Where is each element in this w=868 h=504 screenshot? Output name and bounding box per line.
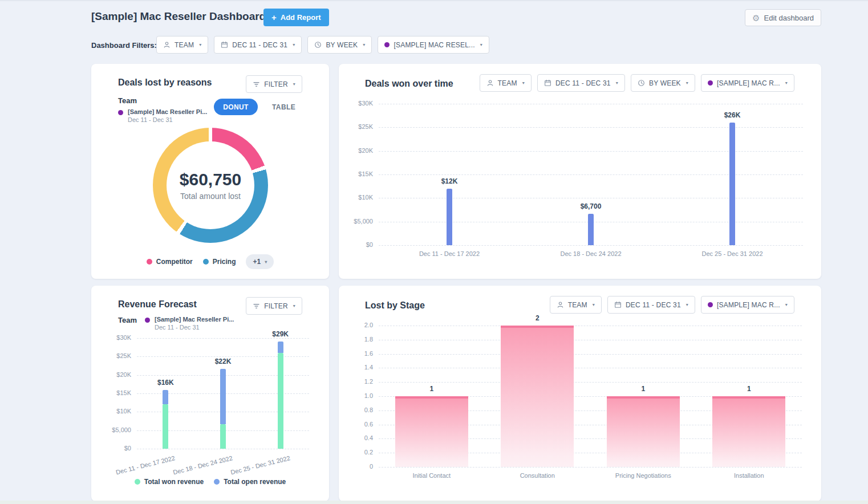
filter-chip-by-week[interactable]: BY WEEK▾ <box>631 74 695 92</box>
bar[interactable] <box>712 396 785 467</box>
bar-segment[interactable] <box>278 342 283 352</box>
card-deals-lost-by-reasons: Deals lost by reasons FILTER▾ Team [Samp… <box>91 64 329 279</box>
bar[interactable] <box>588 214 594 245</box>
y-axis-tick-label: $5,000 <box>97 426 131 433</box>
y-axis-tick-label: 0.6 <box>351 421 373 428</box>
card-title: Deals won over time <box>365 79 453 89</box>
gridline <box>379 174 803 175</box>
filter-chip-sample-mac-r[interactable]: [SAMPLE] MAC R...▾ <box>701 74 794 92</box>
chevron-down-icon: ▾ <box>293 42 295 47</box>
team-color-dot <box>384 42 390 47</box>
bar[interactable] <box>607 396 680 467</box>
filter-chip-by-week[interactable]: BY WEEK▾ <box>307 36 372 54</box>
filter-chip-dec-11-dec-31[interactable]: DEC 11 - DEC 31▾ <box>607 296 695 314</box>
filter-chip-label: FILTER <box>264 302 288 310</box>
add-report-button[interactable]: + Add Report <box>263 9 329 26</box>
y-axis-tick-label: $15K <box>97 389 131 396</box>
filter-chip-team[interactable]: TEAM▾ <box>156 36 208 54</box>
x-axis-category-label: Dec 11 - Dec 17 2022 <box>392 250 506 257</box>
filter-chip-filter[interactable]: FILTER▾ <box>246 297 302 315</box>
y-axis-tick-label: $25K <box>97 352 131 359</box>
edit-dashboard-label: Edit dashboard <box>764 14 814 22</box>
bar-segment[interactable] <box>220 424 226 449</box>
bar[interactable] <box>501 326 574 467</box>
view-toggle-donut[interactable]: DONUT <box>214 99 258 115</box>
donut-center: $60,750 Total amount lost <box>167 141 254 229</box>
filter-chip-label: TEAM <box>175 41 194 49</box>
bar-value-label: $22K <box>194 357 252 365</box>
bar[interactable] <box>447 189 452 245</box>
chevron-down-icon: ▾ <box>686 80 688 86</box>
user-icon <box>486 79 494 87</box>
edit-dashboard-button[interactable]: ⚙ Edit dashboard <box>745 9 821 26</box>
y-axis-tick-label: $25K <box>351 123 373 130</box>
filter-chip-label: DEC 11 - DEC 31 <box>555 79 611 87</box>
y-axis-tick-label: $30K <box>97 334 131 341</box>
filter-chip-label: TEAM <box>498 79 517 87</box>
team-color-dot <box>708 302 713 307</box>
chevron-down-icon: ▾ <box>265 259 267 265</box>
bar[interactable] <box>395 396 468 467</box>
chevron-down-icon: ▾ <box>363 42 365 47</box>
filter-chip-label: [SAMPLE] MAC R... <box>717 301 780 309</box>
legend-color-dot <box>147 259 152 265</box>
filter-chip-sample-mac-r[interactable]: [SAMPLE] MAC R...▾ <box>701 296 794 314</box>
x-axis-category-label: Dec 25 - Dec 31 2022 <box>675 250 789 257</box>
legend-color-dot <box>214 479 220 485</box>
chevron-down-icon: ▾ <box>293 82 295 87</box>
clock-icon <box>638 79 645 87</box>
gridline <box>379 151 803 152</box>
team-name: [Sample] Mac Reseller Pi... <box>128 108 207 116</box>
bar-segment[interactable] <box>163 390 168 405</box>
x-axis-category-label: Initial Contact <box>375 472 489 479</box>
legend-item: Total open revenue <box>214 478 286 486</box>
y-axis-tick-label: $5,000 <box>351 218 373 225</box>
team-label: Team <box>118 316 137 324</box>
legend-item: Pricing <box>203 258 236 266</box>
user-icon <box>163 41 171 48</box>
report-filter-chips: TEAM▾DEC 11 - DEC 31▾[SAMPLE] MAC R...▾ <box>550 296 794 314</box>
y-axis-tick-label: $0 <box>97 445 131 452</box>
y-axis-tick-label: 2.0 <box>351 322 373 328</box>
team-name: [Sample] Mac Reseller Pi... <box>155 316 234 323</box>
card-deals-won-over-time: Deals won over time TEAM▾DEC 11 - DEC 31… <box>339 64 821 279</box>
bar-segment[interactable] <box>220 369 226 424</box>
y-axis-tick-label: 0.2 <box>351 449 373 456</box>
bar-value-label: 2 <box>509 314 566 322</box>
gridline <box>137 449 309 449</box>
filter-chip-team[interactable]: TEAM▾ <box>550 296 602 314</box>
bar-value-label: $26K <box>704 111 761 119</box>
bar[interactable] <box>729 123 735 245</box>
legend-label: Pricing <box>213 258 236 266</box>
filter-chip-dec-11-dec-31[interactable]: DEC 11 - DEC 31▾ <box>214 36 302 54</box>
gridline <box>379 245 803 246</box>
legend-overflow-dropdown[interactable]: +1▾ <box>246 254 274 269</box>
x-axis-category-label: Installation <box>692 472 806 479</box>
calendar-icon <box>544 79 551 87</box>
filter-chip-dec-11-dec-31[interactable]: DEC 11 - DEC 31▾ <box>537 74 625 92</box>
team-label: Team <box>118 96 137 105</box>
card-title: Revenue Forecast <box>118 299 197 310</box>
filter-chip-filter[interactable]: FILTER▾ <box>246 75 302 93</box>
dashboard-filter-chips: TEAM▾DEC 11 - DEC 31▾BY WEEK▾[SAMPLE] MA… <box>156 36 489 54</box>
total-amount-lost-caption: Total amount lost <box>180 192 241 201</box>
filter-chip-label: [SAMPLE] MAC RESEL... <box>394 41 474 49</box>
y-axis-tick-label: 0.4 <box>351 434 373 441</box>
filter-chip-label: BY WEEK <box>326 41 358 49</box>
gridline <box>379 467 802 468</box>
filter-chip-sample-mac-resel[interactable]: [SAMPLE] MAC RESEL...▾ <box>378 36 489 54</box>
y-axis-tick-label: $20K <box>351 147 373 154</box>
report-filter-chips: TEAM▾DEC 11 - DEC 31▾BY WEEK▾[SAMPLE] MA… <box>480 74 794 92</box>
chevron-down-icon: ▾ <box>686 302 688 307</box>
filter-chip-team[interactable]: TEAM▾ <box>480 74 532 92</box>
chevron-down-icon: ▾ <box>480 42 482 47</box>
gridline <box>379 127 803 128</box>
lost-by-stage-bar-chart: 2.01.81.61.41.21.00.80.60.40.201Initial … <box>351 319 808 490</box>
filter-chip-label: BY WEEK <box>649 79 681 87</box>
bar-segment[interactable] <box>278 353 283 449</box>
card-title: Deals lost by reasons <box>118 78 212 88</box>
bar-segment[interactable] <box>163 404 168 449</box>
view-toggle-table[interactable]: TABLE <box>269 99 299 115</box>
calendar-icon <box>614 301 622 308</box>
bar-value-label: 1 <box>720 385 777 393</box>
